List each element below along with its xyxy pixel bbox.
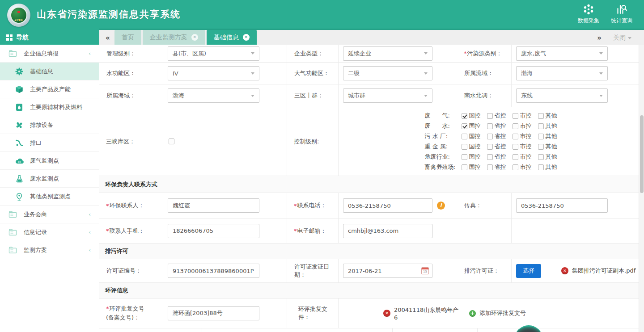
sidebar-group-enterprise-info[interactable]: 企业信息填报 ‹: [0, 45, 99, 63]
form-row: *环评批复文号 (备案文号)： 环评批复文件： ✕ 20041118山东晨鸣年产…: [99, 298, 644, 328]
tab-basic-info[interactable]: 基础信息 ✕: [207, 30, 257, 45]
checkbox-icon[interactable]: [513, 144, 518, 150]
checkbox-option[interactable]: 国控: [462, 132, 481, 140]
checkbox-option[interactable]: 国控: [462, 153, 481, 161]
checkbox-option[interactable]: 市控: [513, 132, 532, 140]
sea-area-select[interactable]: 渤海: [168, 88, 259, 103]
checkbox-icon[interactable]: [538, 164, 544, 170]
river-basin-select[interactable]: 渤海: [516, 66, 608, 80]
south-north-water-select[interactable]: 东线: [516, 88, 608, 103]
pollution-source-type-select[interactable]: 废水,废气: [516, 46, 608, 61]
tab-scroll-right-button[interactable]: »: [597, 34, 602, 42]
management-level-select[interactable]: 县(市、区属): [168, 46, 259, 61]
checkbox-icon[interactable]: [487, 134, 493, 139]
tab-home[interactable]: 首页: [114, 30, 141, 45]
checkbox-icon[interactable]: [513, 123, 518, 129]
calendar-icon[interactable]: [421, 267, 429, 274]
vertical-scrollbar[interactable]: [639, 45, 644, 332]
tab-enterprise-monitor-plan[interactable]: 企业监测方案 ✕: [143, 30, 205, 45]
tab-scroll-left-button[interactable]: «: [99, 34, 114, 45]
stats-query-button[interactable]: 统计查询: [611, 4, 632, 25]
checkbox-option[interactable]: 市控: [513, 153, 532, 161]
checkbox-icon[interactable]: [513, 113, 518, 119]
checkbox-icon[interactable]: [538, 113, 544, 119]
sanxia-checkbox[interactable]: [169, 139, 174, 144]
field-label: 排污许可证：: [464, 267, 499, 275]
contact-name-input[interactable]: [168, 198, 259, 213]
checkbox-icon[interactable]: [462, 134, 467, 139]
sidebar-group-monitor-plan[interactable]: 监测方案 ‹: [0, 241, 99, 259]
email-input[interactable]: [343, 224, 432, 238]
checkbox-icon[interactable]: [462, 144, 467, 150]
three-zones-ten-clusters-select[interactable]: 城市群: [343, 88, 432, 103]
checkbox-icon[interactable]: [462, 164, 467, 170]
checkbox-option[interactable]: 其他: [538, 132, 557, 140]
checkbox-icon[interactable]: [538, 134, 544, 139]
sidebar-item-waste-water-points[interactable]: 废水监测点: [0, 170, 99, 188]
checkbox-icon[interactable]: [487, 123, 493, 129]
checkbox-option[interactable]: 省控: [487, 143, 506, 151]
air-function-zone-select[interactable]: 二级: [343, 66, 432, 80]
permit-number-input[interactable]: [168, 264, 259, 278]
sidebar-item-raw-materials[interactable]: 主要原辅材料及燃料: [0, 98, 99, 116]
choose-file-button[interactable]: 选择: [516, 264, 541, 278]
sidebar-group-info-records[interactable]: 信息记录 ‹: [0, 223, 99, 241]
checkbox-option[interactable]: 市控: [513, 122, 532, 130]
field-label: 控制级别:: [294, 138, 319, 146]
checkbox-icon[interactable]: [462, 113, 467, 119]
contact-phone-input[interactable]: [343, 198, 432, 213]
close-tab-icon[interactable]: ✕: [191, 34, 198, 41]
checkbox-option[interactable]: 其他: [538, 153, 557, 161]
checkbox-option[interactable]: 其他: [538, 112, 557, 120]
checkbox-icon[interactable]: [487, 113, 493, 119]
sidebar-item-basic-info[interactable]: 基础信息: [0, 63, 99, 80]
checkbox-option[interactable]: 国控: [462, 143, 481, 151]
fax-input[interactable]: [516, 198, 608, 213]
checkbox-icon[interactable]: [538, 154, 544, 160]
sidebar-item-products[interactable]: 主要产品及产能: [0, 80, 99, 98]
checkbox-option[interactable]: 市控: [513, 112, 532, 120]
checkbox-icon[interactable]: [487, 154, 493, 160]
checkbox-option[interactable]: 国控: [462, 112, 481, 120]
checkbox-icon[interactable]: [538, 144, 544, 150]
checkbox-option[interactable]: 其他: [538, 122, 557, 130]
checkbox-icon[interactable]: [513, 134, 518, 139]
delete-file-icon[interactable]: ✕: [383, 310, 390, 317]
checkbox-icon[interactable]: [513, 154, 518, 160]
checkbox-icon[interactable]: [487, 164, 493, 170]
delete-file-icon[interactable]: ✕: [561, 267, 568, 274]
contact-mobile-input[interactable]: [168, 224, 259, 238]
checkbox-option[interactable]: 省控: [487, 132, 506, 140]
scrollbar-thumb[interactable]: [640, 115, 644, 193]
sidebar-item-waste-gas-points[interactable]: co 废气监测点: [0, 152, 99, 170]
water-function-zone-select[interactable]: IV: [168, 66, 259, 80]
sidebar-item-other-points[interactable]: 其他类别监测点: [0, 188, 99, 206]
sidebar-item-emission-equipment[interactable]: 排放设备: [0, 116, 99, 134]
sidebar-group-business-consult[interactable]: 业务会商 ‹: [0, 206, 99, 223]
checkbox-icon[interactable]: [462, 154, 467, 160]
close-menu-button[interactable]: 关闭: [613, 34, 631, 42]
checkbox-icon[interactable]: [487, 144, 493, 150]
checkbox-icon[interactable]: [462, 123, 467, 129]
info-icon[interactable]: i: [437, 202, 445, 210]
checkbox-option[interactable]: 市控: [513, 163, 532, 171]
checkbox-icon[interactable]: [513, 164, 518, 170]
add-eia-doc-button[interactable]: + 添加环评批复文号: [469, 309, 526, 317]
permit-date-input[interactable]: [343, 264, 432, 278]
checkbox-option[interactable]: 省控: [487, 163, 506, 171]
checkbox-option[interactable]: 其他: [538, 143, 557, 151]
sidebar-group-label: 业务会商: [24, 210, 47, 219]
close-tab-icon[interactable]: ✕: [243, 34, 250, 41]
checkbox-option[interactable]: 省控: [487, 112, 506, 120]
enterprise-type-select[interactable]: 延续企业: [343, 46, 432, 61]
checkbox-option[interactable]: 国控: [462, 122, 481, 130]
checkbox-option[interactable]: 省控: [487, 122, 506, 130]
sidebar-item-outlets[interactable]: 排口: [0, 134, 99, 152]
checkbox-option[interactable]: 市控: [513, 143, 532, 151]
checkbox-option[interactable]: 其他: [538, 163, 557, 171]
checkbox-icon[interactable]: [538, 123, 544, 129]
data-collect-button[interactable]: 数据采集: [578, 4, 599, 25]
checkbox-option[interactable]: 国控: [462, 163, 481, 171]
eia-doc-number-input[interactable]: [168, 306, 259, 320]
checkbox-option[interactable]: 省控: [487, 153, 506, 161]
